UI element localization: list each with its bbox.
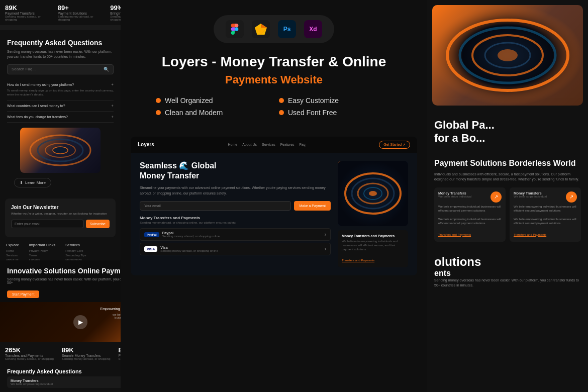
start-payment-button[interactable]: Start Payment (7, 290, 39, 298)
payment-card-1: Money Transfers We belle stripe individu… (434, 187, 506, 242)
feature-dot-3 (156, 110, 161, 115)
faq-subtitle: Sending money overseas has never been ea… (7, 49, 114, 59)
preview-stats-sub: Sending money abroad, or shopping online… (140, 221, 331, 224)
faq-item-1[interactable]: How do I send money using your platform?… (7, 79, 114, 101)
hero-subtitle: Payments Website (141, 73, 407, 86)
solutions-word-2: ents (434, 269, 581, 278)
website-preview: Loyers Home About Us Services Features F… (131, 137, 417, 275)
faq-search-input[interactable] (12, 67, 104, 71)
faq-search-bar[interactable]: 🔍 (7, 64, 114, 74)
xd-icon: Xd (304, 20, 322, 38)
payment-card-arrow-2[interactable]: ↗ (566, 191, 577, 203)
preview-payment-methods: PayPal Paypal Sending money abroad, or s… (140, 228, 331, 255)
solutions-title: olutions (434, 255, 581, 269)
feature-dot-4 (279, 110, 284, 115)
preview-hero-title: Seamless 🌊 Global Money Transfer (140, 161, 331, 182)
solutions-sub: Sending money overseas has never been ea… (434, 278, 581, 288)
figma-icon (226, 20, 244, 38)
feature-well-organized: Well Organized (156, 96, 269, 105)
feature-easy-customize: Easy Customize (279, 96, 392, 105)
faq-arrow-1: + (111, 82, 114, 87)
tool-icons-row: Ps Xd (141, 15, 407, 43)
visa-arrow-icon: › (325, 246, 326, 252)
payment-card-body-1: We bele empowering individual businesses… (438, 205, 502, 226)
payment-solutions-title: Payment Solutions Borderless World (434, 158, 581, 169)
right-image-section (427, 0, 588, 111)
stat-num-89k: 89K (5, 4, 51, 12)
faq-item-2[interactable]: What countries can I send money to? + (7, 101, 114, 112)
photoshop-icon: Ps (278, 20, 296, 38)
right-panel: Global Pa... for a Bo... Payment Solutio… (427, 0, 588, 392)
solutions-bottom-section: olutions ents Sending money overseas has… (427, 251, 588, 292)
svg-point-3 (53, 147, 68, 154)
preview-stats-title: Money Transfers and Payments (140, 216, 331, 220)
paypal-badge: PayPal (144, 232, 159, 237)
preview-nav-links: Home About Us Services Features Faq (228, 143, 306, 146)
learn-more-button[interactable]: ⬇ Learn More (14, 178, 51, 187)
tool-icons-container: Ps Xd (214, 15, 334, 43)
faq-arrow-2: + (111, 104, 114, 108)
right-big-image (432, 5, 583, 106)
faq-decoration-image (20, 128, 101, 173)
svg-point-13 (369, 191, 377, 196)
stat-label-89k: Payment Transfers (5, 12, 51, 15)
feature-dot-2 (279, 98, 284, 103)
payment-solutions-section: Payment Solutions Borderless World Indiv… (427, 153, 588, 251)
newsletter-email-input[interactable] (11, 220, 84, 228)
stat-89k: 89K Payment Transfers Sending money abro… (5, 4, 51, 21)
global-pay-title: Global Pa... for a Bo... (434, 119, 581, 145)
newsletter-subtitle: Whether you're a writer, designer, recru… (11, 212, 110, 216)
payment-card-link-1[interactable]: Transfers and Payments (438, 233, 471, 236)
hero-section: Ps Xd Loyers - Money Transfer & Online P… (121, 0, 427, 137)
faq-title: Frequently Asked Questions (7, 38, 114, 47)
preview-hero-image (338, 161, 408, 226)
preview-email-input[interactable] (140, 201, 291, 211)
preview-hero-sub: Streamline your payments with our advanc… (140, 185, 331, 196)
newsletter-section: Join Our Newsletter Whether you're a wri… (5, 199, 116, 237)
search-icon: 🔍 (104, 67, 109, 72)
newsletter-subscribe-button[interactable]: Subscribe (86, 220, 110, 228)
feature-font-free: Used Font Free (279, 109, 392, 117)
feature-clean-modern: Clean and Modern (156, 109, 269, 117)
learn-more-icon: ⬇ (20, 180, 23, 185)
newsletter-title: Join Our Newsletter (11, 205, 110, 210)
preview-logo: Loyers (138, 142, 154, 147)
payment-card-body-2: We bele empowering individual businesses… (514, 205, 577, 226)
newsletter-form: Subscribe (11, 220, 110, 228)
bottom-stat-89k: 89K Seamle Money Transfers Sending money… (62, 346, 111, 360)
preview-hero-section: Seamless 🌊 Global Money Transfer Streaml… (131, 153, 417, 275)
preview-cta-button[interactable]: Get Started ↗ (379, 141, 410, 149)
visa-badge: VISA (144, 246, 157, 252)
payment-solutions-sub: Individuals and businesses with efficien… (434, 172, 581, 182)
stat-89plus: 89+ Payment Solutions Sending money abro… (58, 4, 104, 21)
preview-email-form: Make a Payment (140, 201, 331, 211)
preview-hero-left: Seamless 🌊 Global Money Transfer Streaml… (140, 161, 331, 267)
faq-section: Frequently Asked Questions Sending money… (0, 30, 121, 197)
sketch-icon (252, 20, 270, 38)
payment-method-visa[interactable]: VISA Visa Sending money abroad, or shopp… (140, 243, 331, 255)
preview-info-link[interactable]: Transfers and Payments (342, 259, 374, 262)
feature-dot-1 (156, 98, 161, 103)
preview-hero-right: Money Transfers and Payments We believe … (338, 161, 408, 267)
preview-make-payment-button[interactable]: Make a Payment (294, 201, 331, 211)
payment-method-paypal[interactable]: PayPal Paypal Sending money abroad, or s… (140, 228, 331, 241)
payment-cards-row: Money Transfers We belle stripe individu… (434, 187, 581, 242)
bottom-stat-265k: 265K Transfers and Payments Sending mone… (5, 346, 54, 360)
center-panel: Ps Xd Loyers - Money Transfer & Online P… (121, 0, 427, 392)
payment-card-arrow-1[interactable]: ↗ (491, 191, 502, 203)
payment-card-2: Money Transfers We belle stripe individu… (510, 187, 581, 242)
preview-info-card: Money Transfers and Payments We believe … (338, 230, 408, 267)
play-button[interactable]: ▶ (73, 315, 87, 329)
global-pay-section: Global Pa... for a Bo... (427, 111, 588, 153)
paypal-arrow-icon: › (325, 232, 326, 237)
preview-nav: Loyers Home About Us Services Features F… (131, 137, 417, 153)
payment-card-link-2[interactable]: Transfers and Payments (514, 233, 546, 236)
faq-arrow-3: + (111, 115, 114, 119)
hero-title: Loyers - Money Transfer & Online (141, 53, 407, 70)
svg-point-19 (498, 49, 518, 61)
features-grid: Well Organized Easy Customize Clean and … (141, 96, 407, 117)
faq-item-3[interactable]: What fees do you charge for transfers? + (7, 112, 114, 123)
